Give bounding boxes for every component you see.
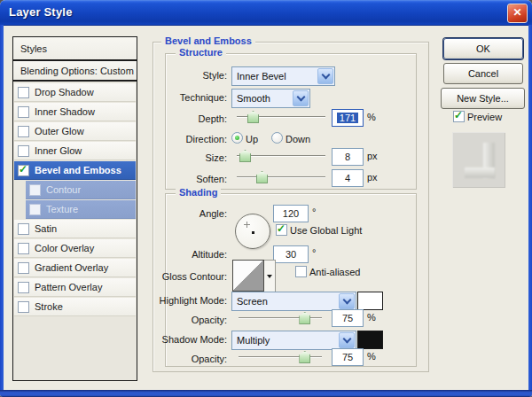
chevron-down-icon[interactable] — [293, 90, 309, 106]
checkbox[interactable] — [18, 126, 29, 137]
highlight-mode-label: Highlight Mode: — [149, 295, 227, 306]
soften-slider[interactable] — [237, 170, 325, 183]
preview-label: Preview — [467, 112, 502, 122]
angle-label: Angle: — [149, 208, 227, 219]
highlight-opacity-value: 75 — [342, 313, 353, 323]
sidebar-item-texture[interactable]: Texture — [26, 200, 136, 219]
sidebar-item-label: Pattern Overlay — [35, 282, 102, 292]
sidebar-item-label: Texture — [46, 204, 78, 214]
checkbox[interactable] — [18, 282, 29, 293]
depth-value: 171 — [337, 113, 358, 123]
sidebar-item-drop-shadow[interactable]: Drop Shadow — [14, 83, 136, 102]
sidebar-item-gradient-overlay[interactable]: Gradient Overlay — [14, 259, 136, 277]
cancel-button[interactable]: Cancel — [443, 63, 523, 84]
sidebar-item-color-overlay[interactable]: Color Overlay — [14, 239, 136, 258]
sidebar-item-satin[interactable]: Satin — [14, 220, 136, 238]
checkbox[interactable] — [18, 145, 29, 157]
gloss-contour-label: Gloss Contour: — [149, 271, 227, 282]
style-value: Inner Bevel — [237, 71, 286, 82]
sidebar-item-label: Stroke — [35, 301, 63, 312]
preview-checkbox[interactable] — [453, 111, 465, 122]
chevron-down-icon[interactable] — [317, 68, 333, 84]
checkbox[interactable] — [18, 106, 29, 118]
sidebar-item-label: Drop Shadow — [35, 87, 94, 97]
shadow-opacity-label: Opacity: — [149, 354, 227, 364]
direction-down-label: Down — [286, 134, 310, 144]
shadow-opacity-unit: % — [367, 351, 376, 362]
soften-input[interactable]: 4 — [332, 169, 364, 187]
close-icon[interactable]: ✕ — [507, 4, 528, 23]
angle-dial[interactable] — [235, 214, 270, 249]
highlight-mode-dropdown[interactable]: Screen — [231, 292, 356, 311]
shading-title: Shading — [176, 187, 221, 198]
depth-input[interactable]: 171 — [332, 109, 364, 127]
chevron-down-icon[interactable] — [339, 332, 355, 348]
slider-thumb[interactable] — [247, 111, 259, 123]
sidebar-item-stroke[interactable]: Stroke — [14, 298, 136, 316]
size-value: 8 — [345, 152, 350, 162]
checkbox[interactable] — [18, 262, 29, 274]
highlight-opacity-slider[interactable] — [239, 311, 322, 323]
sidebar-item-outer-glow[interactable]: Outer Glow — [14, 122, 136, 141]
soften-value: 4 — [345, 173, 350, 183]
sidebar-item-pattern-overlay[interactable]: Pattern Overlay — [14, 278, 136, 297]
angle-value: 120 — [283, 208, 299, 219]
depth-slider[interactable] — [237, 110, 325, 122]
checkbox[interactable] — [18, 301, 29, 313]
size-label: Size: — [149, 152, 227, 163]
anti-aliased-checkbox[interactable] — [295, 266, 307, 277]
highlight-opacity-label: Opacity: — [149, 315, 227, 325]
direction-up-label: Up — [246, 134, 258, 144]
checkbox[interactable] — [18, 87, 29, 98]
chevron-down-icon[interactable] — [339, 293, 355, 309]
gloss-contour-thumbnail[interactable] — [232, 260, 264, 292]
angle-unit: ° — [312, 206, 316, 217]
checkbox[interactable] — [29, 204, 41, 215]
slider-thumb[interactable] — [239, 150, 251, 162]
shadow-mode-dropdown[interactable]: Multiply — [231, 331, 356, 350]
highlight-opacity-input[interactable]: 75 — [332, 309, 364, 327]
checkbox[interactable] — [18, 165, 29, 176]
use-global-light-checkbox[interactable] — [276, 224, 287, 236]
title-bar[interactable]: Layer Style ✕ — [0, 0, 532, 26]
direction-down-radio[interactable] — [271, 132, 283, 144]
size-slider[interactable] — [237, 149, 325, 161]
sidebar-item-inner-glow[interactable]: Inner Glow — [14, 142, 136, 160]
shadow-opacity-input[interactable]: 75 — [332, 348, 364, 366]
style-preview-thumbnail — [452, 132, 505, 188]
technique-dropdown[interactable]: Smooth — [231, 89, 310, 108]
checkbox[interactable] — [18, 243, 29, 254]
window-frame-left — [0, 25, 4, 390]
ok-button[interactable]: OK — [443, 38, 523, 59]
shadow-mode-value: Multiply — [237, 335, 270, 346]
technique-label: Technique: — [149, 92, 227, 103]
sidebar-item-inner-shadow[interactable]: Inner Shadow — [14, 103, 136, 121]
sidebar-item-bevel-and-emboss[interactable]: Bevel and Emboss — [14, 161, 136, 180]
style-label: Style: — [149, 70, 227, 81]
size-input[interactable]: 8 — [332, 148, 364, 166]
size-unit: px — [367, 151, 378, 161]
highlight-opacity-unit: % — [367, 312, 376, 323]
slider-thumb[interactable] — [299, 351, 310, 363]
style-dropdown[interactable]: Inner Bevel — [231, 66, 335, 86]
blending-options-row[interactable]: Blending Options: Custom — [12, 60, 137, 81]
sidebar-item-contour[interactable]: Contour — [26, 181, 136, 199]
angle-input[interactable]: 120 — [273, 205, 309, 222]
altitude-unit: ° — [312, 247, 316, 258]
slider-thumb[interactable] — [256, 171, 268, 183]
highlight-color-swatch[interactable] — [357, 292, 383, 310]
sidebar-item-label: Satin — [35, 223, 57, 234]
styles-list: Drop Shadow Inner Shadow Outer Glow Inne… — [12, 81, 137, 381]
direction-up-radio[interactable] — [231, 132, 243, 144]
slider-track[interactable] — [237, 176, 325, 177]
shadow-opacity-slider[interactable] — [239, 350, 322, 362]
slider-thumb[interactable] — [299, 312, 310, 324]
new-style-button[interactable]: New Style... — [441, 88, 525, 109]
shadow-color-swatch[interactable] — [357, 331, 383, 349]
gloss-contour-arrow[interactable] — [264, 260, 276, 293]
structure-title: Structure — [176, 47, 226, 58]
checkbox[interactable] — [18, 223, 29, 235]
styles-panel-header: Styles — [12, 36, 137, 60]
altitude-input[interactable]: 30 — [273, 245, 309, 263]
checkbox[interactable] — [29, 184, 41, 196]
